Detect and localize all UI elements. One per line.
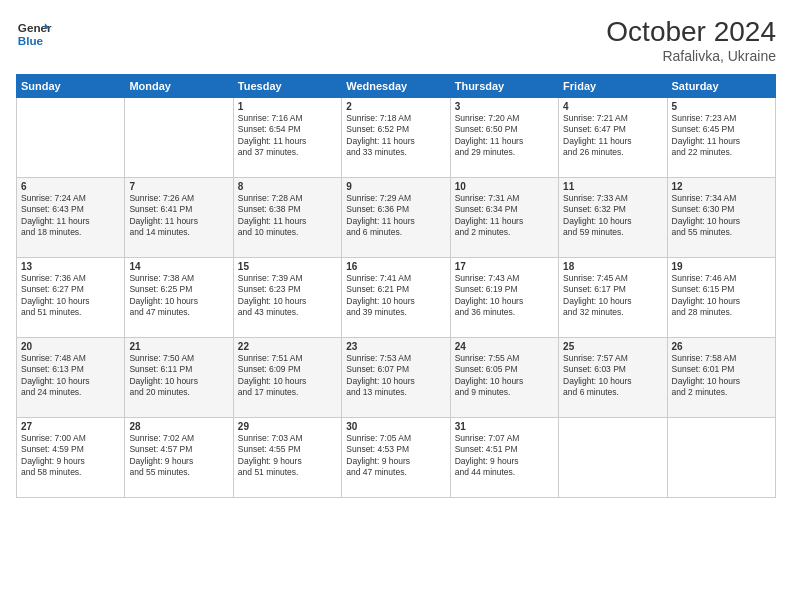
weekday-header: Saturday: [667, 75, 775, 98]
calendar-body: 1Sunrise: 7:16 AM Sunset: 6:54 PM Daylig…: [17, 98, 776, 498]
day-number: 26: [672, 341, 771, 352]
calendar-cell: 14Sunrise: 7:38 AM Sunset: 6:25 PM Dayli…: [125, 258, 233, 338]
logo: General Blue: [16, 16, 52, 52]
day-number: 31: [455, 421, 554, 432]
weekday-header: Tuesday: [233, 75, 341, 98]
weekday-header: Monday: [125, 75, 233, 98]
weekday-header: Sunday: [17, 75, 125, 98]
calendar-cell: 15Sunrise: 7:39 AM Sunset: 6:23 PM Dayli…: [233, 258, 341, 338]
day-number: 4: [563, 101, 662, 112]
day-info: Sunrise: 7:43 AM Sunset: 6:19 PM Dayligh…: [455, 273, 554, 319]
calendar-cell: 22Sunrise: 7:51 AM Sunset: 6:09 PM Dayli…: [233, 338, 341, 418]
day-number: 10: [455, 181, 554, 192]
day-info: Sunrise: 7:51 AM Sunset: 6:09 PM Dayligh…: [238, 353, 337, 399]
weekday-header: Thursday: [450, 75, 558, 98]
day-number: 6: [21, 181, 120, 192]
day-info: Sunrise: 7:50 AM Sunset: 6:11 PM Dayligh…: [129, 353, 228, 399]
day-info: Sunrise: 7:28 AM Sunset: 6:38 PM Dayligh…: [238, 193, 337, 239]
calendar-cell: 16Sunrise: 7:41 AM Sunset: 6:21 PM Dayli…: [342, 258, 450, 338]
calendar-cell: 29Sunrise: 7:03 AM Sunset: 4:55 PM Dayli…: [233, 418, 341, 498]
day-info: Sunrise: 7:07 AM Sunset: 4:51 PM Dayligh…: [455, 433, 554, 479]
day-number: 24: [455, 341, 554, 352]
day-number: 30: [346, 421, 445, 432]
day-info: Sunrise: 7:39 AM Sunset: 6:23 PM Dayligh…: [238, 273, 337, 319]
logo-icon: General Blue: [16, 16, 52, 52]
day-number: 21: [129, 341, 228, 352]
calendar-table: SundayMondayTuesdayWednesdayThursdayFrid…: [16, 74, 776, 498]
day-info: Sunrise: 7:31 AM Sunset: 6:34 PM Dayligh…: [455, 193, 554, 239]
page: General Blue October 2024 Rafalivka, Ukr…: [0, 0, 792, 612]
day-info: Sunrise: 7:24 AM Sunset: 6:43 PM Dayligh…: [21, 193, 120, 239]
calendar-cell: 4Sunrise: 7:21 AM Sunset: 6:47 PM Daylig…: [559, 98, 667, 178]
day-info: Sunrise: 7:45 AM Sunset: 6:17 PM Dayligh…: [563, 273, 662, 319]
day-info: Sunrise: 7:36 AM Sunset: 6:27 PM Dayligh…: [21, 273, 120, 319]
calendar-header: SundayMondayTuesdayWednesdayThursdayFrid…: [17, 75, 776, 98]
day-info: Sunrise: 7:46 AM Sunset: 6:15 PM Dayligh…: [672, 273, 771, 319]
day-number: 5: [672, 101, 771, 112]
day-number: 7: [129, 181, 228, 192]
day-info: Sunrise: 7:48 AM Sunset: 6:13 PM Dayligh…: [21, 353, 120, 399]
calendar-cell: 5Sunrise: 7:23 AM Sunset: 6:45 PM Daylig…: [667, 98, 775, 178]
calendar-cell: 10Sunrise: 7:31 AM Sunset: 6:34 PM Dayli…: [450, 178, 558, 258]
calendar-cell: 25Sunrise: 7:57 AM Sunset: 6:03 PM Dayli…: [559, 338, 667, 418]
calendar-row: 27Sunrise: 7:00 AM Sunset: 4:59 PM Dayli…: [17, 418, 776, 498]
day-info: Sunrise: 7:57 AM Sunset: 6:03 PM Dayligh…: [563, 353, 662, 399]
day-info: Sunrise: 7:41 AM Sunset: 6:21 PM Dayligh…: [346, 273, 445, 319]
calendar-cell: 20Sunrise: 7:48 AM Sunset: 6:13 PM Dayli…: [17, 338, 125, 418]
day-info: Sunrise: 7:00 AM Sunset: 4:59 PM Dayligh…: [21, 433, 120, 479]
calendar-cell: 26Sunrise: 7:58 AM Sunset: 6:01 PM Dayli…: [667, 338, 775, 418]
day-info: Sunrise: 7:02 AM Sunset: 4:57 PM Dayligh…: [129, 433, 228, 479]
day-number: 25: [563, 341, 662, 352]
day-info: Sunrise: 7:33 AM Sunset: 6:32 PM Dayligh…: [563, 193, 662, 239]
calendar-cell: 3Sunrise: 7:20 AM Sunset: 6:50 PM Daylig…: [450, 98, 558, 178]
day-number: 12: [672, 181, 771, 192]
month-year: October 2024: [606, 16, 776, 48]
header: General Blue October 2024 Rafalivka, Ukr…: [16, 16, 776, 64]
location: Rafalivka, Ukraine: [606, 48, 776, 64]
day-info: Sunrise: 7:20 AM Sunset: 6:50 PM Dayligh…: [455, 113, 554, 159]
day-info: Sunrise: 7:21 AM Sunset: 6:47 PM Dayligh…: [563, 113, 662, 159]
calendar-cell: [559, 418, 667, 498]
day-info: Sunrise: 7:05 AM Sunset: 4:53 PM Dayligh…: [346, 433, 445, 479]
calendar-cell: [125, 98, 233, 178]
calendar-cell: 9Sunrise: 7:29 AM Sunset: 6:36 PM Daylig…: [342, 178, 450, 258]
day-number: 27: [21, 421, 120, 432]
day-number: 3: [455, 101, 554, 112]
day-info: Sunrise: 7:26 AM Sunset: 6:41 PM Dayligh…: [129, 193, 228, 239]
day-number: 20: [21, 341, 120, 352]
day-number: 19: [672, 261, 771, 272]
weekday-header: Friday: [559, 75, 667, 98]
calendar-cell: 6Sunrise: 7:24 AM Sunset: 6:43 PM Daylig…: [17, 178, 125, 258]
day-number: 22: [238, 341, 337, 352]
day-info: Sunrise: 7:29 AM Sunset: 6:36 PM Dayligh…: [346, 193, 445, 239]
day-info: Sunrise: 7:16 AM Sunset: 6:54 PM Dayligh…: [238, 113, 337, 159]
day-number: 15: [238, 261, 337, 272]
day-info: Sunrise: 7:18 AM Sunset: 6:52 PM Dayligh…: [346, 113, 445, 159]
calendar-cell: 12Sunrise: 7:34 AM Sunset: 6:30 PM Dayli…: [667, 178, 775, 258]
calendar-row: 13Sunrise: 7:36 AM Sunset: 6:27 PM Dayli…: [17, 258, 776, 338]
day-number: 11: [563, 181, 662, 192]
calendar-cell: [667, 418, 775, 498]
calendar-cell: 17Sunrise: 7:43 AM Sunset: 6:19 PM Dayli…: [450, 258, 558, 338]
calendar-cell: [17, 98, 125, 178]
calendar-cell: 7Sunrise: 7:26 AM Sunset: 6:41 PM Daylig…: [125, 178, 233, 258]
calendar-cell: 30Sunrise: 7:05 AM Sunset: 4:53 PM Dayli…: [342, 418, 450, 498]
day-number: 2: [346, 101, 445, 112]
calendar-cell: 27Sunrise: 7:00 AM Sunset: 4:59 PM Dayli…: [17, 418, 125, 498]
day-info: Sunrise: 7:34 AM Sunset: 6:30 PM Dayligh…: [672, 193, 771, 239]
calendar-cell: 24Sunrise: 7:55 AM Sunset: 6:05 PM Dayli…: [450, 338, 558, 418]
day-number: 16: [346, 261, 445, 272]
header-row: SundayMondayTuesdayWednesdayThursdayFrid…: [17, 75, 776, 98]
day-info: Sunrise: 7:53 AM Sunset: 6:07 PM Dayligh…: [346, 353, 445, 399]
calendar-cell: 19Sunrise: 7:46 AM Sunset: 6:15 PM Dayli…: [667, 258, 775, 338]
day-info: Sunrise: 7:03 AM Sunset: 4:55 PM Dayligh…: [238, 433, 337, 479]
day-info: Sunrise: 7:38 AM Sunset: 6:25 PM Dayligh…: [129, 273, 228, 319]
calendar-cell: 8Sunrise: 7:28 AM Sunset: 6:38 PM Daylig…: [233, 178, 341, 258]
weekday-header: Wednesday: [342, 75, 450, 98]
day-number: 1: [238, 101, 337, 112]
day-number: 8: [238, 181, 337, 192]
day-info: Sunrise: 7:55 AM Sunset: 6:05 PM Dayligh…: [455, 353, 554, 399]
calendar-cell: 31Sunrise: 7:07 AM Sunset: 4:51 PM Dayli…: [450, 418, 558, 498]
day-number: 29: [238, 421, 337, 432]
calendar-cell: 28Sunrise: 7:02 AM Sunset: 4:57 PM Dayli…: [125, 418, 233, 498]
